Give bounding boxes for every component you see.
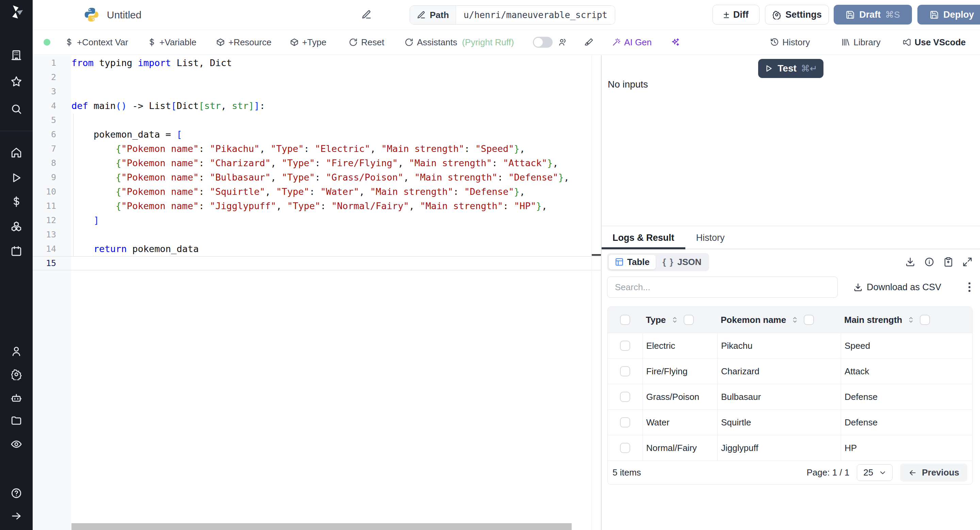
sort-icon[interactable] [791,316,799,324]
audit-eye-icon[interactable] [11,438,22,450]
add-variable-button[interactable]: +Variable [147,37,197,48]
horizontal-scrollbar[interactable] [72,523,572,530]
result-controls: Table { } JSON [607,254,972,270]
table-menu-kebab-icon[interactable] [966,280,972,294]
folders-icon[interactable] [11,415,22,426]
workers-robot-icon[interactable] [11,392,22,404]
table-body: ElectricPikachuSpeedFire/FlyingCharizard… [608,333,972,461]
expand-sidebar-arrow-icon[interactable] [11,510,22,522]
table-row: Grass/PoisonBulbasaurDefense [608,384,972,409]
line-number: 12 [33,213,56,228]
code-line: 15 [33,256,601,270]
path-label-segment[interactable]: Path [410,6,456,24]
panel-resize-divider[interactable] [601,55,601,530]
code-line: 1from typing import List, Dict [33,56,601,70]
expand-fullscreen-icon[interactable] [962,257,972,267]
download-icon[interactable] [905,257,915,267]
page-size-select[interactable]: 25 [857,464,892,481]
draft-button[interactable]: Draft ⌘S [834,5,912,24]
download-csv-button[interactable]: Download as CSV [853,282,941,292]
items-count: 5 items [612,467,641,478]
results-section: Logs & Result History Table { } JSON [601,226,980,530]
add-type-button[interactable]: +Type [290,37,327,48]
row-checkbox[interactable] [620,443,630,453]
info-icon[interactable] [924,257,934,267]
column-checkbox[interactable] [684,315,694,325]
table-header: TypePokemon nameMain strength [608,307,972,333]
path-value[interactable]: u/henri/maneuverable_script [456,6,615,24]
edit-title-pencil-icon[interactable] [361,10,372,20]
users-person-icon[interactable] [11,345,22,357]
package-icon [290,38,299,47]
diff-button[interactable]: ± Diff [713,5,759,24]
deploy-split-button: Deploy [917,5,980,24]
code-line: 6 pokemon_data = [ [33,128,601,142]
row-checkbox[interactable] [620,392,630,402]
table-row: WaterSquirtleDefense [608,409,972,435]
test-button[interactable]: Test ⌘↵ [758,59,824,78]
add-resource-button[interactable]: +Resource [216,37,271,48]
resources-boxes-icon[interactable] [11,221,22,232]
view-toggle: Table { } JSON [607,253,709,271]
table-cell: HP [841,435,972,461]
path-pencil-icon [417,11,426,19]
line-number: 7 [33,142,56,156]
table-cell: Grass/Poison [643,384,717,409]
table-cell: Charizard [717,359,841,384]
table-footer: 5 items Page: 1 / 1 25 Previous [608,461,972,484]
assistants-button[interactable]: Assistants (Pyright Ruff) [404,37,514,48]
column-header: Main strength [841,315,972,325]
deploy-button[interactable]: Deploy [917,5,980,24]
copy-clipboard-icon[interactable] [943,257,953,267]
view-json-button[interactable]: { } JSON [656,255,708,270]
column-checkbox[interactable] [920,315,930,325]
variables-dollar-icon[interactable] [11,196,22,208]
line-number: 4 [33,99,56,113]
tab-history[interactable]: History [685,226,736,249]
path-field[interactable]: Path u/henri/maneuverable_script [410,5,615,24]
search-icon[interactable] [11,103,22,115]
library-button[interactable]: Library [841,37,880,48]
chevron-down-icon [878,469,887,477]
table-cell: Electric [643,333,717,358]
save-icon [930,10,939,19]
row-checkbox[interactable] [620,417,630,428]
assistant-toggle[interactable] [533,37,553,48]
table-cell: Defense [841,384,972,409]
windmill-logo-icon[interactable] [9,4,24,19]
code-line: 9 {"Pokemon name": "Bulbasaur", "Type": … [33,170,601,185]
sparkles-icon[interactable] [671,38,679,47]
ai-gen-button[interactable]: AI Gen [612,37,652,48]
help-icon[interactable] [11,487,22,499]
row-checkbox[interactable] [620,341,630,351]
search-input[interactable] [607,276,838,298]
runs-play-icon[interactable] [11,172,22,184]
settings-button[interactable]: Settings [765,5,829,24]
play-icon [764,64,773,73]
history-button[interactable]: History [770,37,810,48]
download-icon [853,283,862,292]
format-brush-icon[interactable] [585,38,593,47]
previous-page-button[interactable]: Previous [900,464,967,482]
code-editor[interactable]: 1from typing import List, Dict234def mai… [33,55,601,530]
settings-gear-icon[interactable] [11,369,22,380]
right-panel: Test ⌘↵ No inputs Logs & Result History … [601,55,980,530]
select-all-checkbox[interactable] [620,315,630,325]
tab-logs-result[interactable]: Logs & Result [601,226,685,249]
reset-button[interactable]: Reset [349,37,384,48]
home-icon[interactable] [11,147,22,158]
code-line: 13 [33,228,601,242]
line-number: 10 [33,185,56,199]
multiplayer-icon[interactable] [558,38,567,47]
use-vscode-button[interactable]: Use VScode [902,37,966,48]
view-table-button[interactable]: Table [609,255,656,270]
sort-icon[interactable] [671,316,679,324]
column-checkbox[interactable] [804,315,814,325]
add-context-var-button[interactable]: +Context Var [65,37,128,48]
assistants-detail: (Pyright Ruff) [462,37,514,48]
sort-icon[interactable] [907,316,915,324]
row-checkbox[interactable] [620,366,630,377]
schedules-calendar-icon[interactable] [11,245,22,257]
favorites-star-icon[interactable] [11,76,22,87]
workspace-icon[interactable] [11,49,22,61]
